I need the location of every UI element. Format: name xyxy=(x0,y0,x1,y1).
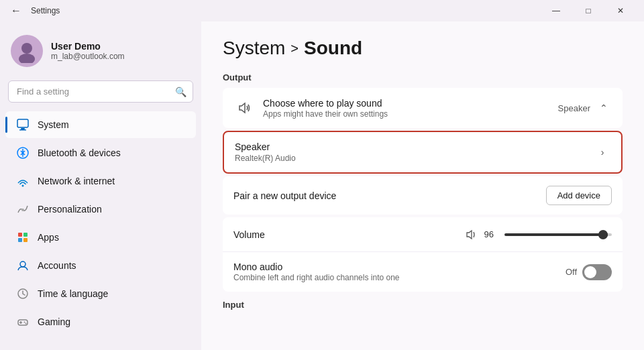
user-profile[interactable]: User Demo m_lab@outlook.com xyxy=(0,27,201,78)
network-icon xyxy=(16,174,30,188)
choose-output-card: Choose where to play sound Apps might ha… xyxy=(223,88,623,128)
title-bar-left: ← Settings xyxy=(8,3,60,19)
svg-rect-8 xyxy=(18,233,22,237)
speaker-icon xyxy=(233,97,255,119)
sidebar-item-network-label: Network & internet xyxy=(38,176,115,186)
sidebar-item-time[interactable]: Time & language xyxy=(5,280,196,307)
svg-rect-4 xyxy=(19,129,26,131)
svg-rect-10 xyxy=(18,238,22,242)
avatar xyxy=(11,35,43,67)
search-icon: 🔍 xyxy=(175,86,186,97)
sidebar-item-system[interactable]: System xyxy=(5,111,196,138)
search-box: 🔍 xyxy=(8,80,193,103)
sidebar-item-apps-label: Apps xyxy=(38,232,59,243)
svg-point-6 xyxy=(22,185,24,187)
user-info: User Demo m_lab@outlook.com xyxy=(51,41,125,61)
volume-icon xyxy=(466,229,479,240)
svg-rect-2 xyxy=(17,119,28,127)
back-button[interactable]: ← xyxy=(8,3,24,19)
svg-point-12 xyxy=(20,261,25,267)
volume-right: 96 xyxy=(466,229,612,240)
choose-output-chevron[interactable]: ⌃ xyxy=(596,100,612,116)
user-name: User Demo xyxy=(51,41,125,52)
breadcrumb: System > Sound xyxy=(223,38,623,59)
sidebar-item-accounts-label: Accounts xyxy=(38,260,76,271)
maximize-button[interactable]: □ xyxy=(573,0,604,21)
sidebar-item-bluetooth[interactable]: Bluetooth & devices xyxy=(5,139,196,166)
svg-point-18 xyxy=(25,323,27,325)
app-title: Settings xyxy=(31,6,60,15)
volume-card: Volume 96 Mono audio Combine left and ri… xyxy=(223,217,623,292)
pair-device-right: Add device xyxy=(546,186,612,205)
volume-content: Volume xyxy=(233,229,466,240)
add-device-button[interactable]: Add device xyxy=(546,186,612,205)
mono-audio-toggle[interactable] xyxy=(582,264,612,280)
gaming-icon xyxy=(16,315,30,329)
mono-audio-state: Off xyxy=(566,267,577,277)
choose-output-subtitle: Apps might have their own settings xyxy=(263,109,558,119)
breadcrumb-current: Sound xyxy=(304,38,362,59)
speaker-info: Speaker Realtek(R) Audio xyxy=(235,141,594,163)
choose-output-right: Speaker ⌃ xyxy=(558,100,612,116)
minimize-button[interactable]: — xyxy=(541,0,572,21)
svg-rect-9 xyxy=(23,233,28,237)
input-section-title: Input xyxy=(223,300,623,310)
sidebar-item-gaming-label: Gaming xyxy=(38,316,70,327)
apps-icon xyxy=(16,231,30,244)
sidebar-item-system-label: System xyxy=(38,119,69,130)
sidebar: User Demo m_lab@outlook.com 🔍 System xyxy=(0,21,201,350)
pair-device-content: Pair a new output device xyxy=(233,190,546,201)
main-content: System > Sound Output Choose where to pl… xyxy=(201,21,644,350)
pair-device-title: Pair a new output device xyxy=(233,190,546,201)
mono-audio-right: Off xyxy=(566,264,612,280)
sidebar-item-accounts[interactable]: Accounts xyxy=(5,252,196,279)
bluetooth-icon xyxy=(16,146,30,160)
user-email: m_lab@outlook.com xyxy=(51,52,125,61)
personalization-icon xyxy=(16,202,30,216)
svg-rect-11 xyxy=(23,238,28,242)
sidebar-item-personalization[interactable]: Personalization xyxy=(5,196,196,223)
time-icon xyxy=(16,287,30,300)
svg-rect-3 xyxy=(21,128,25,129)
svg-point-1 xyxy=(19,54,35,63)
choose-output-title: Choose where to play sound xyxy=(263,98,558,109)
speaker-subtitle: Realtek(R) Audio xyxy=(235,154,594,163)
sidebar-item-time-label: Time & language xyxy=(38,288,108,299)
toggle-track xyxy=(582,264,612,280)
speaker-chevron[interactable]: › xyxy=(594,144,610,160)
app-body: User Demo m_lab@outlook.com 🔍 System xyxy=(0,21,644,350)
svg-point-0 xyxy=(21,43,32,54)
volume-slider[interactable] xyxy=(504,233,612,236)
choose-output-value: Speaker xyxy=(558,103,590,113)
mono-audio-subtitle: Combine left and right audio channels in… xyxy=(233,273,566,282)
mono-audio-row: Mono audio Combine left and right audio … xyxy=(223,252,623,292)
svg-point-7 xyxy=(21,209,24,211)
sidebar-item-apps[interactable]: Apps xyxy=(5,224,196,251)
toggle-thumb xyxy=(584,266,596,278)
mono-audio-content: Mono audio Combine left and right audio … xyxy=(233,261,566,282)
output-section-title: Output xyxy=(223,72,623,82)
mono-audio-title: Mono audio xyxy=(233,261,566,272)
accounts-icon xyxy=(16,259,30,272)
speaker-row: Speaker Realtek(R) Audio › xyxy=(224,132,621,172)
breadcrumb-parent: System xyxy=(223,38,285,59)
volume-row: Volume 96 xyxy=(223,217,623,252)
sidebar-item-gaming[interactable]: Gaming xyxy=(5,308,196,335)
pair-device-card: Pair a new output device Add device xyxy=(223,176,623,215)
volume-value: 96 xyxy=(484,229,494,239)
choose-output-row[interactable]: Choose where to play sound Apps might ha… xyxy=(223,88,623,128)
search-input[interactable] xyxy=(8,80,193,103)
sidebar-item-personalization-label: Personalization xyxy=(38,204,102,215)
sidebar-item-network[interactable]: Network & internet xyxy=(5,168,196,194)
speaker-selected-card[interactable]: Speaker Realtek(R) Audio › xyxy=(223,131,623,174)
window-controls: — □ ✕ xyxy=(541,0,636,21)
svg-point-17 xyxy=(24,322,25,323)
breadcrumb-arrow: > xyxy=(290,41,299,56)
volume-title: Volume xyxy=(233,229,466,240)
pair-device-row: Pair a new output device Add device xyxy=(223,176,623,215)
speaker-name: Speaker xyxy=(235,141,594,152)
title-bar: ← Settings — □ ✕ xyxy=(0,0,644,21)
system-icon xyxy=(16,118,30,131)
close-button[interactable]: ✕ xyxy=(605,0,636,21)
choose-output-content: Choose where to play sound Apps might ha… xyxy=(263,98,558,119)
